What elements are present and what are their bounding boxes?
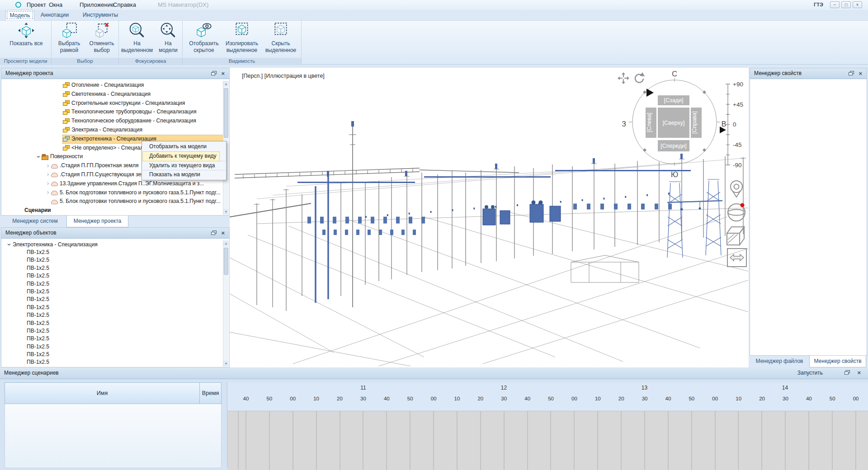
compass-face-left[interactable]: [Слева] [646,113,652,132]
tree-expander-icon[interactable] [45,179,51,188]
scroll-up-icon[interactable]: ▲ [223,81,229,87]
menu-project[interactable]: Проект [27,1,46,8]
tab-properties-manager[interactable]: Менеджер свойств [809,356,866,367]
tree-item-body[interactable]: Сценарии [16,207,223,215]
close-panel-icon[interactable]: × [221,230,225,237]
show-all-button[interactable]: Показать все [4,22,49,47]
scroll-thumb[interactable] [224,248,228,275]
minimize-button[interactable]: − [830,1,840,8]
compass-north-label[interactable]: С [672,70,677,78]
close-panel-icon[interactable]: × [221,70,225,77]
tree-item[interactable]: Строительные конструкции - Специализация [2,99,223,108]
tab-model[interactable]: Модель [5,10,34,20]
compass-south-label[interactable]: Ю [671,171,678,179]
compass-face-top[interactable]: [Сверху] [663,120,685,126]
tree-expander-icon[interactable] [45,161,51,171]
close-button[interactable]: × [853,1,862,8]
orbit-tool-icon[interactable] [728,203,745,221]
tab-system-manager[interactable]: Менеджер систем [5,216,65,227]
menu-help[interactable]: Справка [113,1,136,8]
tree-item-body[interactable]: Светотехника - Специализация [63,90,223,99]
hide-selected-button[interactable]: Скрыть выделенное [262,22,299,54]
viewport-canvas[interactable]: С В Ю З [Сзади] [Слева] [Сверху] [Справа… [230,68,749,367]
object-item[interactable]: ПВ-1x2.5 [2,272,223,280]
scroll-thumb[interactable] [224,88,228,138]
tree-item-body[interactable]: Отопление - Специализация [63,81,223,89]
tree-item[interactable]: Технологические трубопроводы - Специализ… [2,108,223,117]
pan-view-icon[interactable] [618,72,629,84]
tree-item[interactable]: Сценарии [2,206,223,215]
object-item[interactable]: ПВ-1x2.5 [2,280,223,288]
tree-item[interactable]: Светотехника - Специализация [2,90,223,99]
compass-face-front[interactable]: [Спереди] [660,143,687,149]
tree-item[interactable]: Электрика - Специализация [2,126,223,135]
context-menu-item[interactable]: Удалить из текущего вида [143,161,225,170]
tab-file-manager[interactable]: Менеджер файлов [751,356,807,367]
close-panel-icon[interactable]: × [857,369,861,376]
rotate-view-icon[interactable] [635,72,645,82]
tree-expander-icon[interactable] [45,188,51,197]
compass-west-label[interactable]: З [622,120,626,128]
timeline-ruler[interactable] [227,411,868,470]
select-frame-button[interactable]: Выбрать рамкой [53,22,85,54]
tab-project-manager[interactable]: Менеджер проекта [66,216,128,227]
tree-item[interactable]: 5. Блок подготовки топливного и пусковог… [2,197,223,206]
object-item[interactable]: ПВ-1x2.5 [2,320,223,327]
scroll-up-icon[interactable]: ▲ [223,240,229,246]
isometric-tool-icon[interactable] [727,227,744,245]
viewport-3d[interactable]: С В Ю З [Сзади] [Слева] [Сверху] [Справа… [230,68,749,367]
object-item[interactable]: ПВ-1x2.5 [2,335,223,343]
object-item[interactable]: ПВ-1x2.5 [2,264,223,272]
menu-application[interactable]: Приложение [80,1,114,8]
isolate-selected-button[interactable]: Изолировать выделенное [222,22,261,54]
object-item[interactable]: ПВ-1x2.5 [2,288,223,296]
tab-annotations[interactable]: Аннотации [39,10,71,20]
compass-east-label[interactable]: В [722,120,726,128]
tree-expander-icon[interactable] [35,152,42,162]
scroll-down-icon[interactable]: ▼ [223,361,229,367]
menu-windows[interactable]: Окна [49,1,62,8]
run-scenario-button[interactable]: Запустить [797,367,823,379]
object-item[interactable]: ПВ-1x2.5 [2,351,223,358]
pan-width-tool-icon[interactable] [727,249,746,267]
context-menu-item[interactable]: Отобразить на модели [143,142,225,151]
show-hidden-button[interactable]: Отобразить скрытое [185,22,222,54]
zoom-to-model-button[interactable]: На модели [156,22,181,54]
tree-item-body[interactable]: 13.Здание управления.Стадия П..ЭГ.Молние… [51,180,223,188]
tree-item-body[interactable]: Электрика - Специализация [63,126,223,134]
timeline[interactable]: 11121314 4050001020304050001020304050001… [227,382,868,468]
column-time[interactable]: Время [200,383,221,404]
tree-item[interactable]: Технологическое оборудование - Специализ… [2,117,223,126]
tree-expander-icon[interactable] [45,170,51,179]
tree-item[interactable]: Отопление - Специализация [2,81,223,90]
tree-expander-icon[interactable] [6,240,13,249]
context-menu-item[interactable]: Добавить к текущему виду [143,152,219,161]
cancel-selection-button[interactable]: Отменить выбор [86,22,118,54]
zoom-to-selected-button[interactable]: На выделенном [120,22,154,54]
tree-item-body[interactable]: 5. Блок подготовки топливного и пусковог… [51,188,223,197]
tree-item[interactable]: 5. Блок подготовки топливного и пусковог… [2,188,223,197]
app-logo-icon[interactable] [15,2,21,8]
object-item[interactable]: ПВ-1x2.5 [2,327,223,335]
context-menu-item[interactable]: Показать на модели [143,170,225,179]
object-item[interactable]: ПВ-1x2.5 [2,358,223,366]
compass-rotation-marker[interactable] [646,89,654,97]
object-root-item[interactable]: Электротехника - Специализация [2,240,223,249]
column-name[interactable]: Имя [5,383,200,404]
tab-tools[interactable]: Инструменты [82,10,118,20]
compass-face-back[interactable]: [Сзади] [664,97,684,103]
tree-item[interactable]: 13.Здание управления.Стадия П..ЭГ.Молние… [2,179,223,188]
object-item[interactable]: ПВ-1x2.5 [2,311,223,319]
float-panel-icon[interactable] [844,370,850,375]
tree-item-body[interactable]: 5. Блок подготовки топливного и пусковог… [51,197,223,206]
float-panel-icon[interactable] [211,230,217,235]
object-item[interactable]: ПВ-1x2.5 [2,304,223,311]
object-item[interactable]: ПВ-1x2.5 [2,296,223,303]
locate-tool-icon[interactable] [731,181,742,197]
object-list-scrollbar[interactable]: ▲ ▼ [223,240,229,367]
maximize-button[interactable]: □ [841,1,851,8]
object-item[interactable]: ПВ-1x2.5 [2,256,223,264]
scroll-down-icon[interactable]: ▼ [223,209,229,215]
object-item[interactable]: ПВ-1x2.5 [2,249,223,256]
tree-item-body[interactable]: Строительные конструкции - Специализация [63,99,223,107]
